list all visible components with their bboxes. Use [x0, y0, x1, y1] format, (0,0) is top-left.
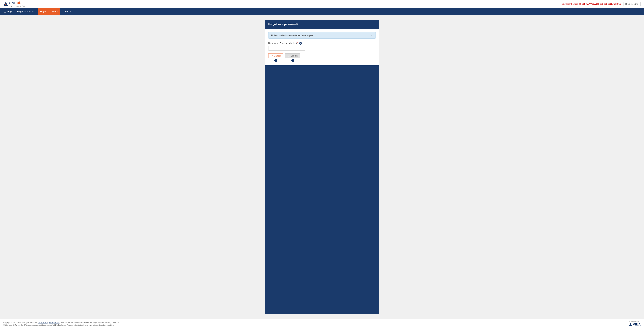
- nav-forgot-password-label: Forgot Password?: [40, 10, 58, 13]
- form-card-header: Forgot your password?: [265, 20, 379, 29]
- alert-message: All fields marked with an asterisk (*) a…: [271, 34, 314, 36]
- help-icon: ?: [62, 10, 64, 13]
- footer-terms-link[interactable]: Terms of Use: [38, 322, 48, 324]
- header-right: Customer Service: +1-888-PAY-VELA (+1-88…: [562, 2, 641, 6]
- username-label-text: Username, Email, or Mobile #: [268, 42, 297, 44]
- nav-login[interactable]: ⬚ Login: [2, 8, 15, 15]
- cancel-label: Cancel: [274, 54, 280, 57]
- form-card-body: All fields marked with an asterisk (*) a…: [265, 29, 379, 65]
- vela-logo: VELA: [629, 323, 641, 326]
- customer-service: Customer Service: +1-888-PAY-VELA (+1-88…: [562, 3, 622, 5]
- required-asterisk: *: [297, 42, 298, 44]
- language-selector[interactable]: English US ▾: [624, 2, 641, 6]
- alert-required-fields: All fields marked with an asterisk (*) a…: [268, 32, 376, 38]
- vela-triangle-icon: [629, 323, 632, 326]
- footer-right: POWERED BY VELA: [629, 321, 641, 326]
- nav-forgot-username-label: Forgot Username?: [17, 10, 35, 13]
- username-label: Username, Email, or Mobile #* i: [268, 42, 376, 45]
- powered-by-label: POWERED BY: [629, 321, 641, 323]
- nav-help-label: Help: [64, 10, 69, 13]
- customer-service-phone: +1-888-PAY-VELA (+1-888-729-8352, toll f…: [579, 3, 622, 5]
- vela-name: VELA: [633, 323, 641, 326]
- nav-forgot-username[interactable]: Forgot Username?: [15, 8, 38, 15]
- nav-login-label: Login: [7, 10, 12, 13]
- chevron-down-icon: ▾: [639, 3, 640, 5]
- footer-privacy-link[interactable]: Privacy Policy: [49, 322, 60, 324]
- nav-forgot-password[interactable]: Forgot Password?: [38, 8, 60, 15]
- logo-area: ONEui. Hosted Payment Page: [3, 1, 26, 7]
- customer-service-label: Customer Service:: [562, 3, 578, 5]
- logo-triangle-icon: [3, 2, 8, 6]
- nav-help[interactable]: ? Help ▾: [60, 8, 73, 15]
- lang-label: English US: [628, 3, 638, 5]
- nav-bar: ⬚ Login Forgot Username? Forgot Password…: [0, 8, 644, 15]
- footer-copyright: Copyright © 2022 VELA. All Rights Reserv…: [3, 322, 37, 324]
- submit-label: Submit: [290, 54, 297, 57]
- footer-left: Copyright © 2022 VELA. All Rights Reserv…: [3, 321, 121, 326]
- top-bar: ONEui. Hosted Payment Page Customer Serv…: [0, 0, 644, 8]
- username-input[interactable]: [268, 46, 305, 51]
- form-button-row: ✕ Cancel 2 ✓ Submit 3: [268, 53, 376, 62]
- globe-icon: [625, 3, 628, 5]
- login-icon: ⬚: [4, 10, 6, 13]
- form-title: Forgot your password?: [268, 23, 298, 26]
- main-content: Forgot your password? All fields marked …: [0, 15, 644, 319]
- logo-mark: ONEui. Hosted Payment Page: [3, 1, 26, 7]
- form-card: Forgot your password? All fields marked …: [265, 20, 379, 314]
- field-info-icon[interactable]: i: [299, 42, 302, 45]
- logo-text: ONEui. Hosted Payment Page: [9, 1, 26, 7]
- chevron-down-icon: ▾: [70, 10, 71, 12]
- cancel-button[interactable]: ✕ Cancel: [268, 53, 284, 58]
- logo-one: ONE: [9, 1, 17, 5]
- submit-button[interactable]: ✓ Submit: [285, 53, 300, 58]
- cancel-icon: ✕: [271, 54, 273, 57]
- form-group-username: Username, Email, or Mobile #* i: [268, 42, 376, 51]
- alert-close-button[interactable]: ×: [370, 34, 373, 37]
- step-cancel-badge: 2: [274, 59, 277, 62]
- submit-icon: ✓: [288, 54, 290, 57]
- step-submit-badge: 3: [291, 59, 294, 62]
- logo-subtitle: Hosted Payment Page: [9, 5, 26, 7]
- footer: Copyright © 2022 VELA. All Rights Reserv…: [0, 319, 644, 328]
- logo-ui: ui.: [17, 1, 21, 5]
